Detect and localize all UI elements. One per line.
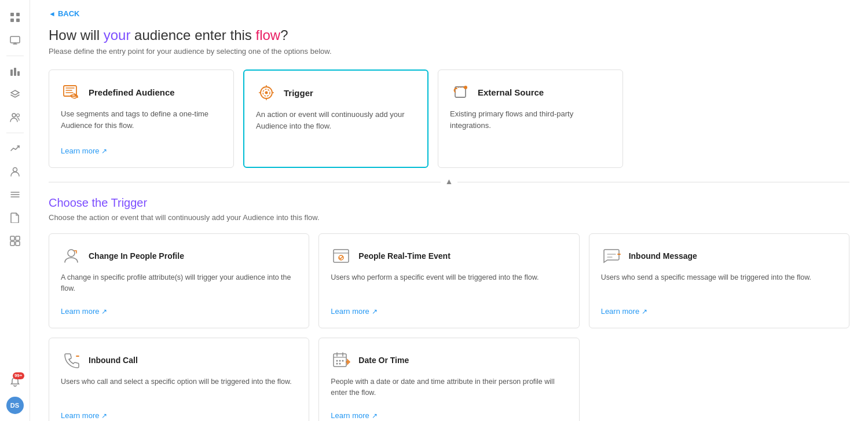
- date-time-icon: [331, 350, 351, 371]
- back-arrow-icon: ◄: [49, 10, 56, 18]
- trigger-card-inbound-call[interactable]: Inbound Call Users who call and select a…: [49, 338, 309, 421]
- card-header-trigger: Trigger: [256, 82, 416, 103]
- change-profile-header: Change In People Profile: [61, 246, 297, 266]
- page-subtitle: Please define the entry point for your a…: [49, 47, 849, 56]
- option-card-external[interactable]: External Source Existing primary flows a…: [438, 69, 623, 168]
- svg-rect-15: [16, 236, 20, 240]
- external-source-icon: [450, 82, 471, 102]
- title-suffix: ?: [280, 27, 288, 43]
- page-title: How will your audience enter this flow?: [49, 27, 849, 43]
- sidebar-icon-group[interactable]: [5, 161, 25, 182]
- realtime-event-learn-more[interactable]: Learn more ↗: [331, 307, 377, 316]
- chevron-up-icon: ▲: [441, 177, 458, 186]
- predefined-audience-icon: [61, 82, 82, 102]
- svg-point-28: [464, 86, 467, 89]
- trigger-card-inbound-message[interactable]: Inbound Message Users who send a specifi…: [589, 233, 849, 328]
- svg-rect-1: [16, 13, 20, 16]
- title-flow: flow: [256, 27, 281, 43]
- ext-link-icon-4: ↗: [642, 307, 647, 316]
- section-divider: ▲: [49, 182, 849, 182]
- change-profile-title: Change In People Profile: [89, 251, 184, 261]
- svg-point-37: [336, 360, 338, 362]
- main-content: ◄ BACK How will your audience enter this…: [30, 0, 868, 421]
- date-time-title: Date Or Time: [358, 356, 409, 365]
- back-label: BACK: [58, 9, 80, 18]
- change-profile-learn-more[interactable]: Learn more ↗: [61, 307, 107, 316]
- svg-rect-2: [10, 19, 14, 22]
- trigger-card-realtime-event[interactable]: People Real-Time Event Users who perform…: [318, 233, 579, 328]
- inbound-call-learn-more[interactable]: Learn more ↗: [61, 411, 107, 420]
- sidebar-icon-chart[interactable]: [5, 61, 25, 82]
- date-time-desc: People with a date or date and time attr…: [331, 376, 567, 402]
- svg-point-8: [12, 114, 16, 117]
- svg-point-40: [336, 363, 338, 365]
- ext-link-icon-3: ↗: [372, 307, 378, 316]
- sidebar-divider-1: [6, 56, 24, 56]
- svg-point-39: [342, 360, 344, 362]
- trigger-desc: An action or event will continuously add…: [256, 109, 416, 137]
- svg-rect-5: [10, 69, 13, 76]
- sidebar-icon-monitor[interactable]: [5, 30, 25, 51]
- change-profile-desc: A change in specific profile attribute(s…: [61, 272, 297, 298]
- ext-link-icon-6: ↗: [372, 412, 378, 420]
- sidebar-bottom: 99+ DS: [5, 371, 25, 414]
- back-button[interactable]: ◄ BACK: [49, 9, 849, 18]
- sidebar: 99+ DS: [0, 0, 30, 421]
- inbound-message-desc: Users who send a specific message will b…: [601, 272, 837, 298]
- realtime-event-title: People Real-Time Event: [358, 251, 450, 261]
- notification-bell-icon[interactable]: 99+: [5, 371, 25, 392]
- svg-point-10: [13, 168, 17, 172]
- external-link-icon-1: ↗: [101, 147, 107, 155]
- svg-rect-16: [10, 241, 14, 246]
- trigger-card-date-time[interactable]: Date Or Time People with a date or date …: [318, 338, 579, 421]
- avatar[interactable]: DS: [6, 397, 24, 414]
- sidebar-icon-document[interactable]: [5, 207, 25, 228]
- card-header-external: External Source: [450, 82, 611, 102]
- trigger-grid: Change In People Profile A change in spe…: [49, 233, 849, 421]
- sidebar-icon-list[interactable]: [5, 184, 25, 205]
- card-header-predefined: Predefined Audience: [61, 82, 222, 102]
- sidebar-icon-grid2[interactable]: [5, 230, 25, 251]
- date-time-header: Date Or Time: [331, 350, 567, 371]
- inbound-call-icon: [61, 350, 82, 371]
- ext-link-icon-2: ↗: [101, 307, 107, 316]
- sidebar-icon-grid[interactable]: [5, 7, 25, 28]
- svg-rect-3: [16, 19, 20, 22]
- inbound-call-title: Inbound Call: [89, 356, 138, 365]
- realtime-event-icon: [331, 246, 351, 266]
- trigger-title-highlight: Trigger: [111, 196, 148, 209]
- svg-rect-14: [10, 236, 14, 240]
- svg-rect-7: [17, 71, 20, 76]
- inbound-call-desc: Users who call and select a specific opt…: [61, 376, 297, 402]
- realtime-event-desc: Users who perform a specific event will …: [331, 272, 567, 298]
- svg-rect-6: [14, 68, 16, 76]
- external-title: External Source: [478, 87, 544, 97]
- sidebar-icon-trending[interactable]: [5, 138, 25, 159]
- svg-rect-4: [10, 36, 20, 43]
- svg-point-22: [265, 91, 268, 94]
- trigger-title-prefix: Choose the: [49, 196, 111, 209]
- realtime-event-header: People Real-Time Event: [331, 246, 567, 266]
- trigger-card-change-profile[interactable]: Change In People Profile A change in spe…: [49, 233, 309, 328]
- inbound-message-learn-more[interactable]: Learn more ↗: [601, 307, 647, 316]
- sidebar-icon-layers[interactable]: [5, 84, 25, 105]
- option-card-predefined[interactable]: Predefined Audience Use segments and tag…: [49, 69, 234, 168]
- svg-rect-17: [16, 241, 20, 246]
- predefined-title: Predefined Audience: [89, 87, 175, 97]
- predefined-learn-more-link[interactable]: Learn more ↗: [61, 147, 107, 155]
- predefined-desc: Use segments and tags to define a one-ti…: [61, 108, 222, 136]
- title-prefix: How will: [49, 27, 104, 43]
- title-middle: audience enter this: [130, 27, 255, 43]
- inbound-message-icon: [601, 246, 622, 266]
- sidebar-icon-people[interactable]: [5, 107, 25, 128]
- inbound-message-header: Inbound Message: [601, 246, 837, 266]
- svg-rect-0: [10, 13, 14, 16]
- svg-point-38: [339, 360, 341, 362]
- option-card-trigger[interactable]: Trigger An action or event will continuo…: [243, 69, 428, 168]
- change-profile-icon: [61, 246, 82, 266]
- trigger-icon: [256, 82, 277, 103]
- trigger-section-subtitle: Choose the action or event that will con…: [49, 213, 849, 222]
- date-time-learn-more[interactable]: Learn more ↗: [331, 411, 377, 420]
- sidebar-divider-2: [6, 133, 24, 133]
- ext-link-icon-5: ↗: [101, 412, 107, 420]
